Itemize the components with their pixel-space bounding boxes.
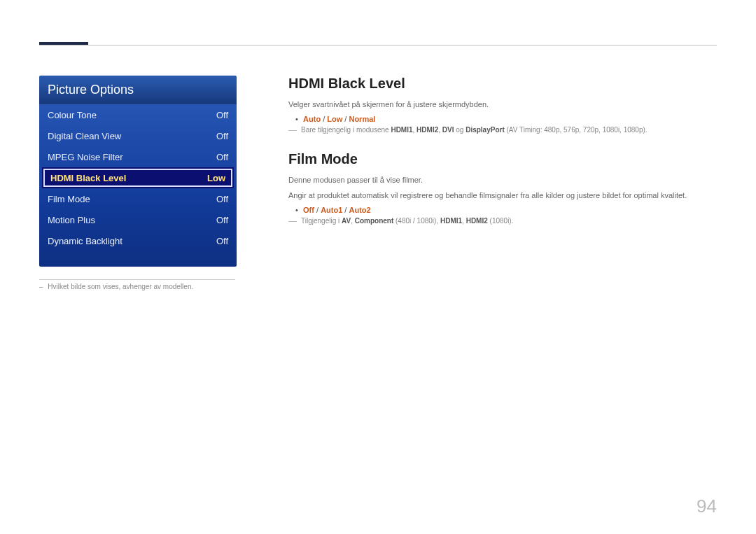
menu-item-value: Off xyxy=(216,131,228,141)
mode-name: AV xyxy=(342,217,351,225)
menu-item-label: Digital Clean View xyxy=(48,131,121,141)
option-value: Off xyxy=(303,206,314,214)
menu-item-value: Off xyxy=(216,236,228,246)
note-divider xyxy=(39,279,235,280)
menu-item-value: Off xyxy=(216,215,228,225)
mode-name: HDMI2 xyxy=(416,126,438,134)
menu-item-value: Off xyxy=(216,194,228,204)
note-dash: – xyxy=(39,283,43,290)
menu-title: Picture Options xyxy=(39,76,237,104)
footnote-bar-icon xyxy=(288,221,297,227)
section-film-mode: Film Mode Denne modusen passer til å vis… xyxy=(288,151,717,227)
menu-item-label: Film Mode xyxy=(48,194,90,204)
mode-name: HDMI1 xyxy=(391,126,412,134)
menu-item-hdmi-black-level[interactable]: HDMI Black LevelLow xyxy=(42,167,234,188)
note-text: Hvilket bilde som vises, avhenger av mod… xyxy=(48,283,193,290)
option-value: Auto2 xyxy=(349,206,370,214)
menu-item-label: MPEG Noise Filter xyxy=(48,152,123,162)
manual-page: Picture Options Colour ToneOffDigital Cl… xyxy=(0,0,756,534)
menu-item-motion-plus[interactable]: Motion PlusOff xyxy=(39,209,237,230)
film-desc1: Denne modusen passer til å vise filmer. xyxy=(288,174,717,186)
menu-item-mpeg-noise-filter[interactable]: MPEG Noise FilterOff xyxy=(39,146,237,167)
footnote-bar-icon xyxy=(288,130,297,136)
model-note: – Hvilket bilde som vises, avhenger av m… xyxy=(39,283,249,290)
menu-item-film-mode[interactable]: Film ModeOff xyxy=(39,188,237,209)
menu-item-digital-clean-view[interactable]: Digital Clean ViewOff xyxy=(39,125,237,146)
film-options: • Off / Auto1 / Auto2 xyxy=(288,206,717,214)
mode-name: DisplayPort xyxy=(465,126,505,134)
menu-spacer xyxy=(39,251,237,267)
menu-item-label: HDMI Black Level xyxy=(50,173,126,183)
menu-item-label: Dynamic Backlight xyxy=(48,236,122,246)
bullet-icon: • xyxy=(295,206,301,214)
film-availability-note: Tilgjengelig i AV, Component (480i / 108… xyxy=(288,217,717,227)
mode-name: DVI xyxy=(442,126,454,134)
option-value: Normal xyxy=(349,115,375,123)
option-value: Auto xyxy=(303,115,321,123)
menu-item-label: Motion Plus xyxy=(48,215,95,225)
hdmi-desc: Velger svartnivået på skjermen for å jus… xyxy=(288,99,717,111)
mode-name: Component xyxy=(355,217,394,225)
film-note-text: Tilgjengelig i AV, Component (480i / 108… xyxy=(301,217,513,225)
picture-options-menu: Picture Options Colour ToneOffDigital Cl… xyxy=(39,76,237,267)
hdmi-availability-note: Bare tilgjengelig i modusene HDMI1, HDMI… xyxy=(288,126,717,136)
heading-hdmi: HDMI Black Level xyxy=(288,76,717,92)
menu-item-value: Off xyxy=(216,152,228,162)
menu-item-dynamic-backlight[interactable]: Dynamic BacklightOff xyxy=(39,230,237,251)
heading-film: Film Mode xyxy=(288,151,717,167)
menu-item-colour-tone[interactable]: Colour ToneOff xyxy=(39,104,237,125)
mode-name: HDMI1 xyxy=(440,217,462,225)
bullet-icon: • xyxy=(295,115,301,123)
right-column: HDMI Black Level Velger svartnivået på s… xyxy=(249,76,717,290)
hdmi-options: • Auto / Low / Normal xyxy=(288,115,717,123)
hdmi-note-text: Bare tilgjengelig i modusene HDMI1, HDMI… xyxy=(301,126,648,134)
left-column: Picture Options Colour ToneOffDigital Cl… xyxy=(39,76,249,290)
menu-item-value: Low xyxy=(207,173,225,183)
menu-body: Colour ToneOffDigital Clean ViewOffMPEG … xyxy=(39,104,237,267)
page-number: 94 xyxy=(696,496,717,517)
option-value: Low xyxy=(327,115,342,123)
film-desc2: Angir at produktet automatisk vil regist… xyxy=(288,190,717,202)
section-hdmi-black-level: HDMI Black Level Velger svartnivået på s… xyxy=(288,76,717,136)
mode-name: HDMI2 xyxy=(466,217,488,225)
menu-item-label: Colour Tone xyxy=(48,110,97,120)
menu-item-value: Off xyxy=(216,110,228,120)
option-value: Auto1 xyxy=(321,206,342,214)
content-row: Picture Options Colour ToneOffDigital Cl… xyxy=(39,76,717,290)
header-divider xyxy=(39,45,717,45)
